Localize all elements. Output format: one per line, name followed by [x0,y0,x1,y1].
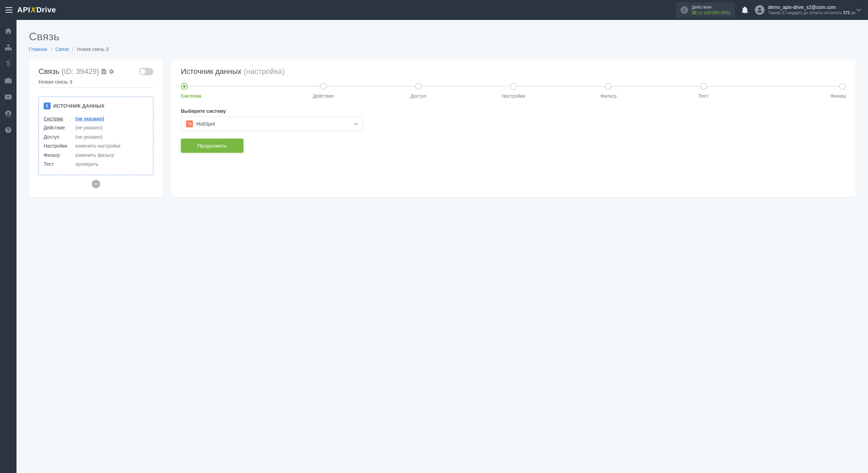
sidebar-youtube-icon[interactable] [4,93,12,101]
source-row-label: Доступ [44,133,75,141]
topbar: APIXDrive i Действия: 32 из 100'000 (0%) [0,0,868,20]
source-row[interactable]: Система(не указано) [44,114,148,123]
svg-point-4 [190,123,192,125]
source-row[interactable]: Фильтризменить фильтр [44,151,148,160]
step[interactable]: Тест [656,83,751,99]
page-title: Связь [29,30,856,43]
step[interactable]: Доступ [371,83,466,99]
breadcrumb-home[interactable]: Главная [29,46,47,52]
connection-toggle[interactable] [139,68,153,75]
system-select-value: HubSpot [196,121,215,127]
note-icon[interactable] [101,69,106,74]
logo[interactable]: APIXDrive [17,6,56,14]
system-select[interactable]: HubSpot [181,117,363,131]
actions-counter[interactable]: i Действия: 32 из 100'000 (0%) [676,2,735,17]
step-label: Доступ [411,93,426,99]
source-row[interactable]: Доступ(не указано) [44,132,148,141]
source-row-value: (не указано) [75,115,104,122]
step[interactable]: Действие [276,83,371,99]
source-row[interactable]: Действие(не указано) [44,123,148,132]
user-menu[interactable]: demo_apix-drive_s2@com.com Тариф |Станда… [755,4,862,16]
chevron-down-icon [354,123,358,125]
source-badge: 1 [44,103,51,109]
source-row[interactable]: Тестпроверить [44,160,148,169]
source-header-text: ИСТОЧНИК ДАННЫХ [53,103,105,109]
connection-name[interactable]: Новая связь 3 [39,79,153,88]
logo-x: X [30,6,36,14]
source-row-value: изменить фильтр [75,151,114,159]
step-circle [839,83,846,90]
source-row-label: Действие [44,124,75,131]
stepper: СистемаДействиеДоступНастройкиФильтрТест… [181,83,846,99]
source-row-value: проверить [75,160,99,168]
step[interactable]: Настройки [466,83,561,99]
step-label: Финиш [831,93,846,99]
notifications-icon[interactable] [742,7,748,13]
step-circle [605,83,612,90]
source-row-label: Тест [44,160,75,168]
sidebar-sitemap-icon[interactable] [4,43,12,52]
user-email: demo_apix-drive_s2@com.com [768,4,856,10]
source-row-value: изменить настройки [75,142,120,150]
breadcrumb-current: Новая связь 3 [77,46,109,52]
actions-value: 32 из 100'000 (0%) [692,10,730,15]
logo-api: API [17,6,30,14]
avatar-icon [755,5,764,15]
hubspot-icon [186,120,193,127]
source-row-label: Настройки [44,142,75,150]
sidebar-help-icon[interactable] [4,126,12,134]
sidebar [0,20,17,473]
step-circle [700,83,707,90]
step-circle [181,83,188,90]
source-setup-title: Источник данных (настройка) [181,67,846,76]
source-row-label: Фильтр [44,151,75,159]
source-row-value: (не указано) [75,133,103,141]
breadcrumb-links[interactable]: Связи [55,46,69,52]
source-row-value: (не указано) [75,124,103,131]
step-circle [415,83,422,90]
connection-title: Связь [39,67,59,76]
step[interactable]: Система [181,83,276,99]
source-row[interactable]: Настройкиизменить настройки [44,141,148,150]
step-circle [510,83,517,90]
sidebar-home-icon[interactable] [4,27,12,35]
step-label: Настройки [502,93,525,99]
connection-card: Связь (ID: 39429) Новая связь 3 1 ИСТОЧН… [29,60,163,197]
sidebar-user-icon[interactable] [4,109,12,118]
sidebar-briefcase-icon[interactable] [4,76,12,85]
add-destination-button[interactable]: + [92,180,100,188]
step-circle [320,83,327,90]
step-label: Система [181,93,201,99]
step-label: Действие [313,93,334,99]
logo-drive: Drive [36,6,56,14]
system-select-label: Выберите систему [181,108,846,114]
main-content: Связь Главная / Связи / Новая связь 3 Св… [17,20,868,473]
menu-toggle-icon[interactable] [6,7,12,13]
actions-label: Действия: [692,4,730,10]
source-config-box: 1 ИСТОЧНИК ДАННЫХ Система(не указано)Дей… [39,97,153,175]
sidebar-dollar-icon[interactable] [4,60,12,68]
info-icon: i [681,6,688,14]
user-plan: Тариф |Стандарт| до оплаты осталось 373 … [768,10,856,16]
step[interactable]: Фильтр [561,83,656,99]
chevron-down-icon[interactable] [856,9,861,11]
gear-icon[interactable] [108,69,114,74]
breadcrumb: Главная / Связи / Новая связь 3 [29,46,856,52]
source-setup-card: Источник данных (настройка) СистемаДейст… [171,60,856,197]
continue-button[interactable]: Продолжить [181,139,243,153]
step[interactable]: Финиш [751,83,846,99]
connection-id: (ID: 39429) [62,67,99,76]
source-row-label: Система [44,115,75,122]
step-label: Тест [698,93,708,99]
step-label: Фильтр [600,93,617,99]
